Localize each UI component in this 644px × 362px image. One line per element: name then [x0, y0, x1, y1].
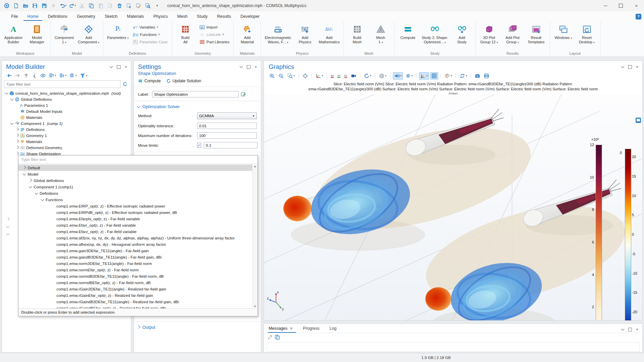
refresh-filter-icon[interactable]: [123, 82, 128, 87]
menu-physics[interactable]: Physics: [150, 12, 172, 21]
tree-node[interactable]: Materials: [2, 115, 131, 121]
ribbon-component-1-button[interactable]: Component1 ▾: [53, 22, 76, 45]
view-camera-button[interactable]: [350, 72, 358, 80]
find-button[interactable]: [144, 2, 152, 10]
node-list-button[interactable]: ▾: [70, 73, 77, 78]
ribbon-add-physics-button[interactable]: AddPhysics: [293, 22, 316, 45]
zoom-box-button[interactable]: ▾: [286, 72, 296, 80]
default-view-button[interactable]: ▾: [314, 72, 324, 80]
function-list-item[interactable]: comp1.emw.norm3DEfar_TE11(angle) - Far-f…: [18, 260, 258, 267]
duplicate-button[interactable]: [106, 2, 114, 10]
function-list-item[interactable]: comp1.emw.normdBEfar_opt(r, z) - Far-fie…: [18, 279, 258, 286]
view-xy-button[interactable]: xy: [329, 73, 335, 79]
delete-button[interactable]: [116, 2, 124, 10]
ribbon-add-material-button[interactable]: AddMaterial: [236, 22, 259, 45]
function-list-item[interactable]: comp1.emw.Efarz_opt(r, z) - Far-field va…: [18, 228, 258, 235]
tab-messages[interactable]: Messages✕: [268, 325, 296, 333]
expander-icon[interactable]: [10, 123, 13, 124]
expander-icon[interactable]: [15, 141, 19, 142]
expander-icon[interactable]: [10, 99, 13, 100]
function-list-item[interactable]: comp1.emw.EIRPdB_opt(r, z) - Effective i…: [18, 209, 258, 216]
menu-study[interactable]: Study: [193, 12, 211, 21]
undo-button[interactable]: ▾: [59, 2, 67, 10]
move-down-button[interactable]: [32, 73, 37, 78]
print-button[interactable]: [482, 72, 491, 80]
ribbon-build-mesh-button[interactable]: BuildMesh: [346, 22, 369, 45]
transparency-cube-button[interactable]: ▾: [404, 72, 414, 80]
ribbon-parameter-case-button[interactable]: PiParameter Case: [131, 38, 170, 46]
update-solution-button[interactable]: Update Solution: [166, 79, 201, 83]
tree-node[interactable]: Component 1(comp 1): [2, 121, 131, 127]
color-palette-button[interactable]: ▾: [443, 72, 453, 80]
menu-mesh[interactable]: Mesh: [174, 12, 191, 21]
function-list-item[interactable]: comp1.emw.rGaindBEfar_opt(r, z) - Realiz…: [18, 305, 258, 308]
scroll-up-icon[interactable]: ▲: [254, 165, 257, 168]
function-list-item[interactable]: Global definitions: [18, 177, 258, 184]
ribbon-study-2-shape-optimized--button[interactable]: Study 2, Shape-Optimized... ▾: [420, 22, 450, 45]
wireframe-globe-button[interactable]: ▾: [378, 72, 388, 80]
comsol-logo-button[interactable]: [3, 2, 11, 10]
ribbon-part-libraries-button[interactable]: Part Libraries: [197, 38, 231, 46]
minimize-button[interactable]: [598, 0, 613, 11]
tab-log[interactable]: Log: [329, 325, 340, 333]
ribbon-variables-button[interactable]: a=Variables▾: [131, 24, 170, 31]
scroll-down-icon[interactable]: ▼: [254, 305, 257, 308]
tree-node[interactable]: Global Definitions: [2, 96, 131, 102]
float-panel-icon[interactable]: [628, 64, 632, 69]
zoom-out-button[interactable]: [277, 72, 285, 80]
function-list-item[interactable]: Functions: [18, 196, 258, 203]
output-section-header[interactable]: Output: [134, 321, 268, 331]
menu-file[interactable]: File: [7, 12, 21, 21]
nav-forward-button[interactable]: [15, 73, 20, 78]
max-iterations-input[interactable]: [197, 132, 257, 139]
expander-icon[interactable]: [29, 186, 32, 188]
view-yz-button[interactable]: yz: [336, 73, 342, 79]
tree-node[interactable]: Geometry 1: [2, 133, 131, 139]
view-xz-button[interactable]: xz: [343, 73, 349, 79]
show-eye-button[interactable]: [40, 73, 46, 78]
function-list-item[interactable]: comp1.emw.Efarphi_opt(r, z) - Far-field …: [18, 216, 258, 222]
float-panel-icon[interactable]: [246, 64, 251, 69]
move-limits-input[interactable]: [204, 142, 258, 148]
ribbon-application-builder-button[interactable]: AApplicationBuilder: [2, 22, 25, 45]
expander-icon[interactable]: [15, 153, 19, 154]
ribbon-electromagnetic-waves-f--button[interactable]: ElectromagneticWaves, F... ▾: [263, 22, 293, 45]
ribbon-functions-button[interactable]: f(x)Functions▾: [131, 31, 170, 38]
grid-toggle-button[interactable]: [430, 72, 438, 80]
collapse-panel-icon[interactable]: [620, 327, 625, 332]
ribbon-add-component-button[interactable]: AddComponent ▾: [76, 22, 101, 45]
menu-developer[interactable]: Developer: [237, 12, 263, 21]
redo-button[interactable]: ▾: [68, 2, 77, 10]
maximize-button[interactable]: [613, 0, 629, 11]
tree-node[interactable]: Deformed Geometry: [2, 145, 131, 151]
ribbon-model-manager-button[interactable]: ModelManager: [26, 22, 48, 45]
function-list-item[interactable]: comp1.emw.gaindB3DEfar_TE11(angle) - Far…: [18, 254, 258, 260]
expand-list-button[interactable]: ▾: [49, 73, 56, 78]
clear-log-button[interactable]: [267, 334, 273, 341]
optimization-solver-section-header[interactable]: Optimization Solver: [134, 101, 261, 111]
docked-window-tab-icon[interactable]: [635, 117, 641, 124]
tree-node[interactable]: Definitions: [2, 127, 131, 133]
zoom-in-button[interactable]: [268, 72, 276, 80]
ribbon-reset-desktop-button[interactable]: ResetDesktop ▾: [576, 22, 598, 45]
ribbon-add-study-button[interactable]: AddStudy: [451, 22, 473, 45]
ribbon-windows-button[interactable]: Windows ▾: [552, 22, 575, 41]
collapse-panel-icon[interactable]: [109, 64, 113, 69]
tree-node[interactable]: PiParameters 1: [2, 102, 131, 108]
expander-icon[interactable]: [35, 193, 38, 194]
zoom-extents-button[interactable]: [301, 72, 309, 80]
pin-panel-icon[interactable]: ⌖: [635, 327, 640, 332]
collapse-list-button[interactable]: ▾: [59, 73, 66, 78]
function-list-item[interactable]: comp1.emw.normEfar_opt(r, z) - Far-field…: [18, 267, 258, 273]
menu-results[interactable]: Results: [213, 12, 235, 21]
pin-panel-icon[interactable]: ⌖: [124, 64, 128, 69]
expander-icon[interactable]: [5, 93, 8, 94]
move-up-button[interactable]: [24, 73, 29, 78]
toolbar-options-button[interactable]: ▾: [153, 2, 161, 10]
function-list-item[interactable]: comp1.emw.EIRP_opt(r, z) - Effective iso…: [18, 203, 258, 209]
expander-icon[interactable]: [15, 135, 19, 136]
ribbon-build-all-button[interactable]: BuildAll: [174, 22, 197, 45]
ribbon-import-button[interactable]: Import: [197, 24, 231, 31]
ribbon-livelink-button[interactable]: LiveLink▾: [197, 31, 231, 38]
image-snapshot-button[interactable]: [473, 72, 481, 80]
